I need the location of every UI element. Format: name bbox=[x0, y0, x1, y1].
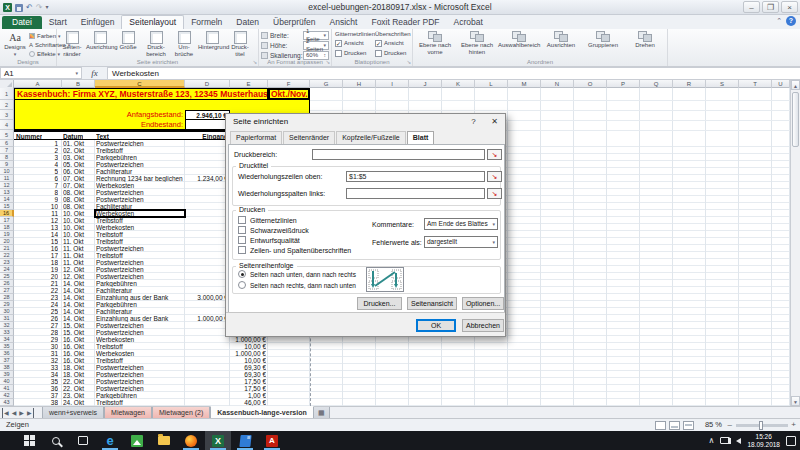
cell-B30[interactable]: 14. Okt bbox=[63, 308, 94, 315]
cell-B33[interactable]: 15. Okt bbox=[63, 329, 94, 336]
dialog-launcher-icon[interactable]: ↘ bbox=[406, 59, 411, 66]
next-sheet-icon[interactable]: ▶ bbox=[19, 408, 24, 418]
range-picker-icon[interactable]: ↘ bbox=[487, 171, 502, 182]
column-header-G[interactable]: G bbox=[310, 80, 343, 88]
ebene-nach-vorne-button[interactable]: Ebene nachvorne bbox=[414, 29, 456, 59]
help-icon[interactable]: ? bbox=[786, 16, 796, 26]
cell-B7[interactable]: 02. Okt bbox=[63, 147, 94, 154]
drucken-button[interactable]: Drucken... bbox=[357, 297, 402, 310]
cell-B35[interactable]: 16. Okt bbox=[63, 343, 94, 350]
row-header-32[interactable]: 32 bbox=[0, 322, 14, 329]
cell-A36[interactable]: 31 bbox=[14, 350, 58, 357]
cell-B37[interactable]: 16. Okt bbox=[63, 357, 94, 364]
column-header-I[interactable]: I bbox=[376, 80, 409, 88]
cell-B20[interactable]: 11. Okt bbox=[63, 238, 94, 245]
cell-A37[interactable]: 32 bbox=[14, 357, 58, 364]
cell-E41[interactable]: 17,50 € bbox=[230, 385, 266, 392]
cell-A38[interactable]: 33 bbox=[14, 364, 58, 371]
column-header-O[interactable]: O bbox=[574, 80, 607, 88]
column-header-R[interactable]: R bbox=[673, 80, 706, 88]
cell-A8[interactable]: 3 bbox=[14, 154, 58, 161]
schwarzweißdruck-checkbox[interactable]: Schwarzweißdruck bbox=[238, 226, 309, 234]
cell-E34[interactable]: 1.000,00 € bbox=[230, 336, 266, 343]
row-header-18[interactable]: 18 bbox=[0, 224, 14, 231]
cell-C30[interactable]: Fachliteratur bbox=[96, 308, 184, 315]
cell-A43[interactable]: 38 bbox=[14, 399, 58, 406]
active-cell[interactable] bbox=[94, 209, 186, 218]
cell-D11[interactable]: 1.234,00 € bbox=[185, 175, 228, 182]
cell-E40[interactable]: 17,50 € bbox=[230, 378, 266, 385]
cell-A18[interactable]: 13 bbox=[14, 224, 58, 231]
zoom-in-icon[interactable]: + bbox=[791, 419, 796, 431]
row-header-24[interactable]: 24 bbox=[0, 266, 14, 273]
ausrichtung-button[interactable]: Ausrichtung bbox=[86, 29, 114, 59]
column-header-D[interactable]: D bbox=[185, 80, 230, 88]
file-explorer-icon[interactable] bbox=[151, 431, 177, 450]
cell-C14[interactable]: Postwertzeichen bbox=[96, 196, 184, 203]
checkbox-icon[interactable]: ✓ bbox=[375, 40, 382, 47]
cell-C25[interactable]: Postwertzeichen bbox=[96, 273, 184, 280]
blue-document-icon[interactable] bbox=[232, 431, 258, 450]
überschriften-ansicht-checkbox[interactable]: ✓Ansicht bbox=[375, 38, 413, 48]
cell-B16[interactable]: 10. Okt bbox=[63, 210, 94, 217]
cell-C8[interactable]: Parkgebühren bbox=[96, 154, 184, 161]
cell-C11[interactable]: Rechnung 1234 bar beglichen bbox=[96, 175, 184, 182]
wiederholungsspalten-input[interactable] bbox=[346, 188, 485, 199]
cell-A22[interactable]: 17 bbox=[14, 252, 58, 259]
cell-C20[interactable]: Treibstoff bbox=[96, 238, 184, 245]
cell-E42[interactable]: 1,00 € bbox=[230, 392, 266, 399]
drucktitel-button[interactable]: Druck-titel bbox=[226, 29, 254, 59]
cell-A9[interactable]: 4 bbox=[14, 161, 58, 168]
cell-A12[interactable]: 7 bbox=[14, 182, 58, 189]
seitenreihenfolge-radio-1[interactable]: Seiten nach unten, dann nach rechts bbox=[238, 270, 356, 278]
checkbox-icon[interactable] bbox=[375, 50, 382, 57]
row-header-17[interactable]: 17 bbox=[0, 217, 14, 224]
row-header-36[interactable]: 36 bbox=[0, 350, 14, 357]
cell-C34[interactable]: Werbekosten bbox=[96, 336, 184, 343]
cell-B40[interactable]: 22. Okt bbox=[63, 378, 94, 385]
cell-C7[interactable]: Treibstoff bbox=[96, 147, 184, 154]
cell-A24[interactable]: 19 bbox=[14, 266, 58, 273]
minimize-button[interactable]: – bbox=[743, 1, 760, 13]
tray-chevron-icon[interactable]: ∧ bbox=[709, 431, 715, 450]
first-sheet-icon[interactable]: ◀ bbox=[2, 408, 9, 418]
range-picker-icon[interactable]: ↘ bbox=[487, 188, 502, 199]
cell-C41[interactable]: Postwertzeichen bbox=[96, 385, 184, 392]
row-header-23[interactable]: 23 bbox=[0, 259, 14, 266]
cell-B10[interactable]: 06. Okt bbox=[63, 168, 94, 175]
row-header-30[interactable]: 30 bbox=[0, 308, 14, 315]
column-header-U[interactable]: U bbox=[772, 80, 790, 88]
cell-A42[interactable]: 37 bbox=[14, 392, 58, 399]
cell-B32[interactable]: 15. Okt bbox=[63, 322, 94, 329]
insert-function-icon[interactable]: fx bbox=[82, 67, 108, 79]
checkbox-icon[interactable] bbox=[238, 236, 246, 244]
zoom-level[interactable]: 85 % bbox=[705, 419, 722, 431]
column-header-L[interactable]: L bbox=[475, 80, 508, 88]
row-header-9[interactable]: 9 bbox=[0, 161, 14, 168]
edge-icon[interactable]: e bbox=[97, 431, 123, 450]
prev-sheet-icon[interactable]: ◀ bbox=[12, 408, 17, 418]
cell-A23[interactable]: 18 bbox=[14, 259, 58, 266]
row-header-20[interactable]: 20 bbox=[0, 238, 14, 245]
cell-C17[interactable]: Treibstoff bbox=[96, 217, 184, 224]
zoom-out-icon[interactable]: – bbox=[728, 419, 732, 431]
cell-C26[interactable]: Parkgebühren bbox=[96, 280, 184, 287]
cell-E36[interactable]: 1.000,00 € bbox=[230, 350, 266, 357]
last-sheet-icon[interactable]: ▶ bbox=[27, 408, 34, 418]
cell-C10[interactable]: Fachliteratur bbox=[96, 168, 184, 175]
cell-B39[interactable]: 18. Okt bbox=[63, 371, 94, 378]
ausrichten-button[interactable]: Ausrichten bbox=[540, 29, 582, 59]
cell-C40[interactable]: Postwertzeichen bbox=[96, 378, 184, 385]
cell-B28[interactable]: 14. Okt bbox=[63, 294, 94, 301]
cell-C38[interactable]: Postwertzeichen bbox=[96, 364, 184, 371]
dialog-tab-blatt[interactable]: Blatt bbox=[407, 131, 435, 144]
cell-C23[interactable]: Postwertzeichen bbox=[96, 259, 184, 266]
dialog-launcher-icon[interactable]: ↘ bbox=[252, 59, 257, 66]
row-header-26[interactable]: 26 bbox=[0, 280, 14, 287]
cell-A7[interactable]: 2 bbox=[14, 147, 58, 154]
fehlerwerte-select[interactable]: dargestellt▾ bbox=[424, 236, 498, 248]
seitenreihenfolge-radio-2[interactable]: Seiten nach rechts, dann nach unten bbox=[238, 281, 356, 289]
zoom-slider[interactable] bbox=[736, 424, 788, 427]
column-header-M[interactable]: M bbox=[508, 80, 541, 88]
cell-A29[interactable]: 24 bbox=[14, 301, 58, 308]
